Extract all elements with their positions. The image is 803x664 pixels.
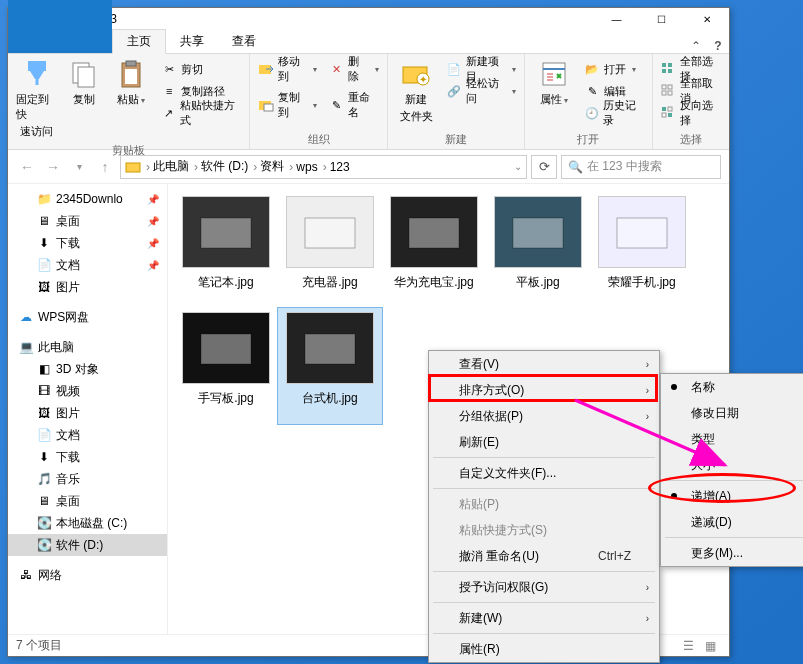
menu-item-customize[interactable]: 自定义文件夹(F)... [429,460,659,486]
breadcrumb[interactable]: ›此电脑 ›软件 (D:) ›资料 ›wps ›123 ⌄ [120,155,527,179]
submenu-item-date[interactable]: 修改日期 [661,400,803,426]
svg-rect-24 [668,91,672,95]
sidebar-item-pictures[interactable]: 🖼图片 [8,276,167,298]
maximize-button[interactable]: ☐ [639,8,684,30]
close-button[interactable]: ✕ [684,8,729,30]
sidebar-item-documents-pc[interactable]: 📄文档 [8,424,167,446]
tab-file[interactable]: 文件 [8,0,112,53]
crumb-f1[interactable]: 资料 [260,158,284,175]
tab-view[interactable]: 查看 [218,30,270,53]
submenu-item-desc[interactable]: 递减(D) [661,509,803,535]
sidebar-item-videos[interactable]: 🎞视频 [8,380,167,402]
cut-button[interactable]: ✂剪切 [161,58,241,80]
file-item[interactable]: 充电器.jpg [278,192,382,308]
crumb-drive[interactable]: 软件 (D:) [201,158,248,175]
file-item[interactable]: 笔记本.jpg [174,192,278,308]
up-button[interactable]: ↑ [94,156,116,178]
properties-button[interactable]: 属性 [533,58,574,120]
sidebar-item-wps[interactable]: ☁WPS网盘 [8,306,167,328]
search-box[interactable]: 🔍 在 123 中搜索 [561,155,721,179]
sm-type: 类型 [691,431,715,448]
forward-button[interactable]: → [42,156,64,178]
delete-button[interactable]: ✕删除 [329,58,378,80]
view-details-button[interactable]: ☰ [677,637,699,655]
menu-item-undo[interactable]: 撤消 重命名(U)Ctrl+Z [429,543,659,569]
sidebar-item-thispc[interactable]: 💻此电脑 [8,336,167,358]
submenu-item-size[interactable]: 大小 [661,452,803,478]
sidebar-item-download[interactable]: ⬇下载📌 [8,232,167,254]
tab-share[interactable]: 共享 [166,30,218,53]
bullet-icon [671,493,677,499]
crumb-pc[interactable]: 此电脑 [153,158,189,175]
paste-shortcut-button[interactable]: ↗粘贴快捷方式 [161,102,241,124]
sidebar-item-downloads-folder[interactable]: 📁2345Downlo📌 [8,188,167,210]
submenu-item-type[interactable]: 类型 [661,426,803,452]
paste-label: 粘贴 [117,92,145,107]
ribbon-group-clipboard: 固定到快 速访问 复制 粘贴 ✂剪切 ≡复制路径 ↗粘贴快捷方式 剪贴板 [8,54,250,149]
view-thumbnails-button[interactable]: ▦ [699,637,721,655]
sidebar-item-network[interactable]: 🖧网络 [8,564,167,586]
sidebar-item-3d[interactable]: ◧3D 对象 [8,358,167,380]
file-item[interactable]: 荣耀手机.jpg [590,192,694,308]
menu-item-new[interactable]: 新建(W)› [429,605,659,631]
sidebar-item-drive-c[interactable]: 💽本地磁盘 (C:) [8,512,167,534]
menu-item-sort[interactable]: 排序方式(O)› [429,377,659,403]
crumb-f2[interactable]: wps [296,160,317,174]
submenu-item-asc[interactable]: 递增(A) [661,483,803,509]
submenu-item-more[interactable]: 更多(M)... [661,540,803,566]
file-item[interactable]: 手写板.jpg [174,308,278,424]
refresh-button[interactable]: ⟳ [531,155,557,179]
svg-rect-25 [662,107,666,111]
ribbon-group-organize: 移动到 复制到 ✕删除 ✎重命名 组织 [250,54,387,149]
pin-quick-access-button[interactable]: 固定到快 速访问 [16,58,57,139]
menu-item-refresh[interactable]: 刷新(E) [429,429,659,455]
paste-button[interactable]: 粘贴 [110,58,151,139]
svg-rect-30 [201,218,251,248]
ribbon-collapse-icon[interactable]: ⌃ [685,39,707,53]
cut-label: 剪切 [181,62,203,77]
sidebar-item-music[interactable]: 🎵音乐 [8,468,167,490]
sidebar-item-drive-d[interactable]: 💽软件 (D:) [8,534,167,556]
cm-new-label: 新建(W) [459,610,502,627]
help-icon[interactable]: ? [707,39,729,53]
sidebar-item-desktop[interactable]: 🖥桌面📌 [8,210,167,232]
menu-item-grant-access[interactable]: 授予访问权限(G)› [429,574,659,600]
minimize-button[interactable]: — [594,8,639,30]
open-button[interactable]: 📂打开 [584,58,644,80]
new-folder-button[interactable]: ✦ 新建 文件夹 [396,58,437,124]
sidebar-item-download-pc[interactable]: ⬇下载 [8,446,167,468]
menu-item-groupby[interactable]: 分组依据(P)› [429,403,659,429]
rename-button[interactable]: ✎重命名 [329,94,378,116]
tab-home[interactable]: 主页 [112,29,166,54]
easy-access-button[interactable]: 🔗轻松访问 [447,80,516,102]
file-item[interactable]: 台式机.jpg [278,308,382,424]
submenu-item-name[interactable]: 名称 [661,374,803,400]
menu-item-view[interactable]: 查看(V)› [429,351,659,377]
group-select-title: 选择 [661,132,721,147]
move-to-button[interactable]: 移动到 [258,58,317,80]
menu-item-properties[interactable]: 属性(R) [429,636,659,662]
copy-to-button[interactable]: 复制到 [258,94,317,116]
titlebar: ▾ 123 — ☐ ✕ [8,8,729,30]
open-label: 打开 [604,62,626,77]
rename-icon: ✎ [329,97,344,113]
file-item[interactable]: 华为充电宝.jpg [382,192,486,308]
invert-icon [661,105,676,121]
sidebar-item-pictures-pc[interactable]: 🖼图片 [8,402,167,424]
edit-icon: ✎ [584,83,600,99]
svg-rect-19 [662,69,666,73]
history-button[interactable]: 🕘历史记录 [584,102,644,124]
history-label: 历史记录 [603,98,644,128]
crumbs-dropdown-icon[interactable]: ⌄ [514,161,522,172]
invert-selection-button[interactable]: 反向选择 [661,102,721,124]
sidebar-item-documents[interactable]: 📄文档📌 [8,254,167,276]
svg-rect-26 [668,107,672,111]
sidebar-item-desktop-pc[interactable]: 🖥桌面 [8,490,167,512]
file-item[interactable]: 平板.jpg [486,192,590,308]
recent-dropdown[interactable]: ▾ [68,156,90,178]
copy-button[interactable]: 复制 [63,58,104,139]
crumb-f3[interactable]: 123 [330,160,350,174]
shortcut-icon: ↗ [161,105,176,121]
back-button[interactable]: ← [16,156,38,178]
newitem-icon: 📄 [447,61,462,77]
